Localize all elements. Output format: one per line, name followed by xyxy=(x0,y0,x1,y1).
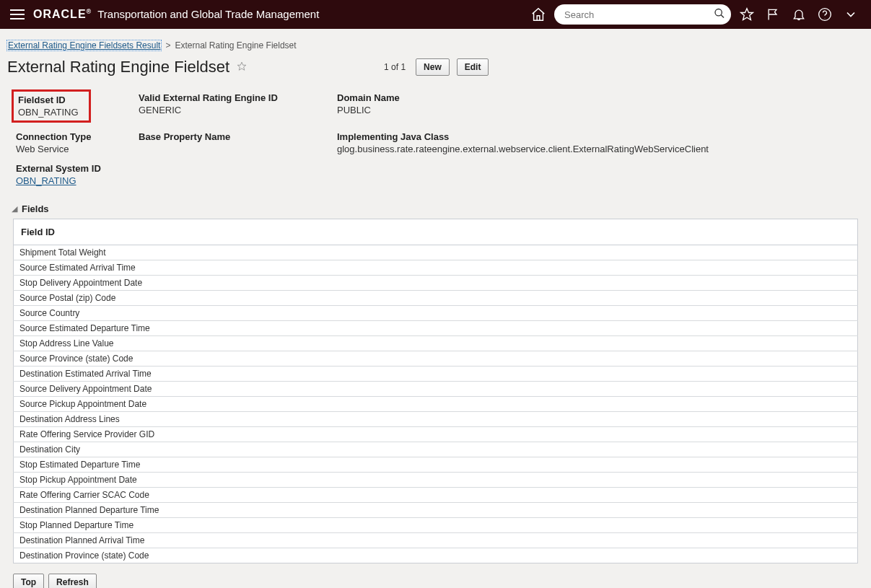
table-row: Source Postal (zip) Code xyxy=(14,291,858,306)
valid-ext-engine-id-group: Valid External Rating Engine ID GENERIC xyxy=(139,88,337,127)
impl-java-class-group: Implementing Java Class glog.business.ra… xyxy=(337,127,855,159)
domain-name-label: Domain Name xyxy=(337,92,855,103)
connection-type-value: Web Service xyxy=(16,144,139,154)
field-id-cell: Source Pickup Appointment Date xyxy=(14,397,858,412)
table-row: Destination City xyxy=(14,442,858,457)
footer-buttons: Top Refresh xyxy=(7,571,864,588)
external-system-id-group: External System ID OBN_RATING xyxy=(16,159,855,190)
external-system-id-link[interactable]: OBN_RATING xyxy=(16,175,76,186)
base-property-name-label: Base Property Name xyxy=(139,131,337,142)
top-button[interactable]: Top xyxy=(13,574,44,588)
table-row: Source Pickup Appointment Date xyxy=(14,397,858,412)
field-id-cell: Source Postal (zip) Code xyxy=(14,291,858,306)
chevron-down-icon[interactable] xyxy=(841,4,861,25)
field-id-cell: Rate Offering Carrier SCAC Code xyxy=(14,488,858,503)
refresh-button[interactable]: Refresh xyxy=(48,574,97,588)
collapse-triangle-icon: ◢ xyxy=(12,204,17,214)
table-row: Stop Address Line Value xyxy=(14,336,858,351)
field-id-cell: Source Estimated Arrival Time xyxy=(14,260,858,276)
table-row: Destination Address Lines xyxy=(14,412,858,427)
table-row: Destination Planned Departure Time xyxy=(14,503,858,518)
breadcrumb-current: External Rating Engine Fieldset xyxy=(175,40,296,51)
search-icon[interactable] xyxy=(714,8,725,22)
external-system-id-label: External System ID xyxy=(16,163,855,174)
fields-table-wrap: Field ID Shipment Total WeightSource Est… xyxy=(7,219,864,571)
fieldset-id-value: OBN_RATING xyxy=(18,107,84,118)
brand: ORACLE® Transportation and Global Trade … xyxy=(33,8,319,21)
table-row: Source Delivery Appointment Date xyxy=(14,382,858,397)
star-icon[interactable] xyxy=(737,4,757,25)
table-row: Stop Estimated Departure Time xyxy=(14,457,858,473)
field-id-cell: Source Estimated Departure Time xyxy=(14,321,858,336)
table-row: Destination Estimated Arrival Time xyxy=(14,367,858,382)
app-header: ORACLE® Transportation and Global Trade … xyxy=(0,0,871,29)
field-id-cell: Destination Address Lines xyxy=(14,412,858,427)
brand-title: Transportation and Global Trade Manageme… xyxy=(97,8,319,20)
breadcrumb-separator: > xyxy=(165,40,170,51)
fields-table-header: Field ID xyxy=(14,219,858,245)
table-row: Source Province (state) Code xyxy=(14,351,858,367)
edit-button[interactable]: Edit xyxy=(457,58,489,76)
new-button[interactable]: New xyxy=(416,58,450,76)
table-row: Source Estimated Arrival Time xyxy=(14,260,858,276)
table-row: Destination Province (state) Code xyxy=(14,548,858,563)
field-id-cell: Stop Estimated Departure Time xyxy=(14,457,858,473)
fieldset-id-group: Fieldset ID OBN_RATING xyxy=(16,88,139,127)
table-row: Destination Planned Arrival Time xyxy=(14,533,858,548)
domain-name-value: PUBLIC xyxy=(337,105,855,115)
table-row: Rate Offering Service Provider GID xyxy=(14,427,858,442)
field-id-cell: Destination Estimated Arrival Time xyxy=(14,367,858,382)
table-row: Source Country xyxy=(14,306,858,321)
flag-icon[interactable] xyxy=(763,4,783,25)
connection-type-label: Connection Type xyxy=(16,131,139,142)
field-id-cell: Destination City xyxy=(14,442,858,457)
valid-ext-engine-id-value: GENERIC xyxy=(139,105,337,115)
fields-section-header[interactable]: ◢ Fields xyxy=(7,196,864,219)
fieldset-id-label: Fieldset ID xyxy=(18,95,84,105)
table-row: Rate Offering Carrier SCAC Code xyxy=(14,488,858,503)
field-id-cell: Destination Planned Departure Time xyxy=(14,503,858,518)
svg-line-1 xyxy=(721,15,724,18)
field-id-cell: Stop Delivery Appointment Date xyxy=(14,276,858,291)
valid-ext-engine-id-label: Valid External Rating Engine ID xyxy=(139,92,337,103)
fields-table: Field ID Shipment Total WeightSource Est… xyxy=(13,219,858,563)
table-row: Stop Planned Departure Time xyxy=(14,518,858,533)
search-box xyxy=(554,4,731,25)
table-row: Shipment Total Weight xyxy=(14,245,858,260)
field-id-cell: Rate Offering Service Provider GID xyxy=(14,427,858,442)
field-id-cell: Stop Pickup Appointment Date xyxy=(14,473,858,488)
help-icon[interactable] xyxy=(815,4,835,25)
detail-grid: Fieldset ID OBN_RATING Valid External Ra… xyxy=(7,85,864,196)
impl-java-class-label: Implementing Java Class xyxy=(337,131,855,142)
base-property-name-group: Base Property Name xyxy=(139,127,337,159)
field-id-cell: Destination Province (state) Code xyxy=(14,548,858,563)
field-id-cell: Shipment Total Weight xyxy=(14,245,858,260)
svg-point-0 xyxy=(715,9,722,16)
page-title: External Rating Engine Fieldset xyxy=(7,58,229,76)
connection-type-group: Connection Type Web Service xyxy=(16,127,139,159)
field-id-cell: Source Province (state) Code xyxy=(14,351,858,367)
page-content: External Rating Engine Fieldsets Result … xyxy=(0,29,871,588)
domain-name-group: Domain Name PUBLIC xyxy=(337,88,855,127)
breadcrumb-parent-link[interactable]: External Rating Engine Fieldsets Result xyxy=(7,40,161,51)
favorite-star-icon[interactable] xyxy=(237,61,247,74)
fields-section-title: Fields xyxy=(22,203,49,214)
field-id-cell: Source Country xyxy=(14,306,858,321)
title-row: External Rating Engine Fieldset 1 of 1 N… xyxy=(7,58,864,76)
table-row: Stop Pickup Appointment Date xyxy=(14,473,858,488)
fieldset-id-highlight: Fieldset ID OBN_RATING xyxy=(12,89,91,123)
impl-java-class-value: glog.business.rate.rateengine.external.w… xyxy=(337,144,855,154)
bell-icon[interactable] xyxy=(789,4,809,25)
search-input[interactable] xyxy=(554,4,731,25)
field-id-cell: Destination Planned Arrival Time xyxy=(14,533,858,548)
table-row: Stop Delivery Appointment Date xyxy=(14,276,858,291)
field-id-cell: Stop Planned Departure Time xyxy=(14,518,858,533)
table-row: Source Estimated Departure Time xyxy=(14,321,858,336)
field-id-cell: Stop Address Line Value xyxy=(14,336,858,351)
pager-text: 1 of 1 xyxy=(384,62,406,72)
hamburger-menu-icon[interactable] xyxy=(7,6,27,22)
brand-logo: ORACLE® xyxy=(33,8,92,21)
breadcrumb: External Rating Engine Fieldsets Result … xyxy=(7,36,864,58)
home-icon[interactable] xyxy=(528,4,548,25)
field-id-cell: Source Delivery Appointment Date xyxy=(14,382,858,397)
